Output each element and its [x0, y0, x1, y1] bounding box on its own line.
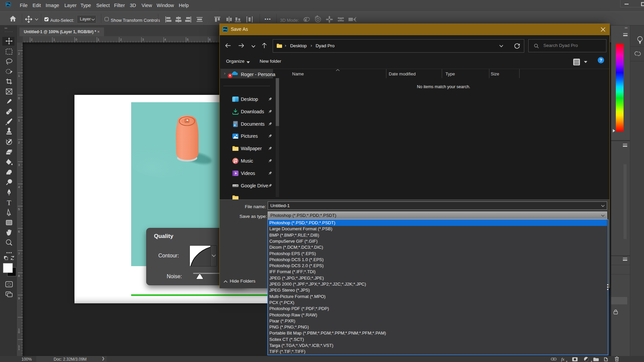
svg-text:8: 8 [18, 274, 20, 278]
svg-text:T: T [7, 199, 11, 207]
svg-text:1: 1 [18, 347, 20, 351]
svg-text:6: 6 [209, 38, 211, 41]
svg-text:9: 9 [18, 297, 20, 300]
svg-text:3: 3 [18, 163, 20, 167]
svg-text:0: 0 [18, 330, 20, 334]
svg-text:4: 4 [164, 38, 166, 41]
svg-text:1: 1 [18, 119, 20, 122]
svg-text:7: 7 [18, 252, 20, 255]
svg-text:1: 1 [18, 74, 20, 77]
svg-text:2: 2 [18, 52, 20, 55]
svg-text:5: 5 [187, 38, 189, 41]
svg-text:1: 1 [98, 38, 99, 41]
svg-text:3: 3 [142, 38, 144, 41]
svg-text:4: 4 [18, 185, 20, 189]
svg-text:0: 0 [18, 97, 20, 100]
svg-text:1: 1 [53, 38, 55, 41]
svg-text:6: 6 [18, 230, 20, 233]
svg-text:2: 2 [18, 141, 20, 144]
svg-text:5: 5 [18, 207, 20, 211]
svg-text:0: 0 [75, 38, 77, 41]
svg-text:2: 2 [31, 38, 33, 41]
svg-text:fx: fx [561, 357, 565, 362]
svg-text:2: 2 [120, 38, 122, 41]
